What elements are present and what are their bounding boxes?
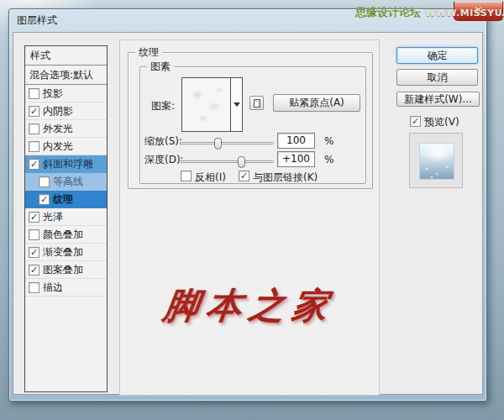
sidebar-item-inner-glow[interactable]: 内发光 <box>25 138 107 155</box>
texture-panel: 纹理 图素 图案: 贴紧原点(A) 缩放(S): <box>119 39 380 396</box>
pattern-overlay-checkbox[interactable] <box>29 265 39 276</box>
elements-groupbox: 图素 图案: 贴紧原点(A) 缩放(S): 100 % <box>139 66 366 184</box>
scale-label: 缩放(S): <box>144 134 182 149</box>
sidebar-style-list: 投影内阴影外发光内发光斜面和浮雕等高线纹理光泽颜色叠加渐变叠加图案叠加描边 <box>25 85 107 297</box>
link-with-layer-label: 与图层链接(K) <box>253 171 318 185</box>
scale-unit: % <box>324 135 333 147</box>
sidebar-item-contour[interactable]: 等高线 <box>25 173 107 191</box>
preview-label: 预览(V) <box>424 115 459 129</box>
drop-shadow-checkbox[interactable] <box>29 88 39 99</box>
bevel-emboss-checkbox[interactable] <box>29 159 39 170</box>
new-pattern-preset-button[interactable] <box>249 96 264 110</box>
sidebar-item-label: 内阴影 <box>43 105 73 117</box>
scale-value-input[interactable]: 100 <box>277 133 315 149</box>
pattern-thumbnail <box>182 78 230 131</box>
preview-well <box>409 133 463 188</box>
preview-checkbox[interactable] <box>410 116 421 127</box>
cancel-button[interactable]: 取消 <box>396 69 478 86</box>
depth-value-input[interactable]: +100 <box>277 151 315 167</box>
new-style-button[interactable]: 新建样式(W)... <box>396 92 480 107</box>
overlay-brand-text: 脚本之家 <box>117 282 382 329</box>
sidebar-item-color-overlay[interactable]: 颜色叠加 <box>25 226 107 244</box>
outer-glow-checkbox[interactable] <box>29 123 39 134</box>
sidebar-item-bevel-emboss[interactable]: 斜面和浮雕 <box>25 155 107 173</box>
depth-slider[interactable] <box>180 160 274 163</box>
depth-label: 深度(D): <box>144 153 184 167</box>
scale-slider-thumb[interactable] <box>214 138 222 150</box>
watermark-site-text: 思缘设计论坛 <box>355 6 421 18</box>
pattern-picker[interactable] <box>181 77 243 132</box>
sidebar-item-stroke[interactable]: 描边 <box>25 279 107 297</box>
texture-groupbox: 纹理 图素 图案: 贴紧原点(A) 缩放(S): <box>128 52 373 189</box>
invert-label: 反相(I) <box>195 171 226 185</box>
sidebar-item-gradient-overlay[interactable]: 渐变叠加 <box>25 244 107 261</box>
inner-glow-checkbox[interactable] <box>29 141 39 152</box>
sidebar-item-label: 渐变叠加 <box>43 246 83 258</box>
texture-checkbox[interactable] <box>39 194 50 205</box>
gradient-overlay-checkbox[interactable] <box>29 247 39 258</box>
depth-slider-thumb[interactable] <box>238 156 245 168</box>
sidebar-item-label: 光泽 <box>43 211 63 223</box>
ok-button[interactable]: 确定 <box>396 47 478 64</box>
color-overlay-checkbox[interactable] <box>29 229 39 240</box>
inner-shadow-checkbox[interactable] <box>29 106 39 117</box>
sidebar-item-label: 描边 <box>43 281 63 293</box>
chevron-down-icon[interactable] <box>230 78 242 131</box>
preview-thumbnail <box>419 143 454 180</box>
dialog-client-area: 样式 混合选项:默认 投影内阴影外发光内发光斜面和浮雕等高线纹理光泽颜色叠加渐变… <box>13 32 483 395</box>
layer-style-dialog: 图层样式 样式 混合选项:默认 投影内阴影外发光内发光斜面和浮雕等高线纹理光泽颜… <box>8 8 487 402</box>
sidebar-item-blending-options[interactable]: 混合选项:默认 <box>25 66 107 85</box>
sidebar-item-inner-shadow[interactable]: 内阴影 <box>25 102 107 120</box>
contour-checkbox[interactable] <box>39 176 50 187</box>
elements-group-title: 图素 <box>147 60 174 72</box>
satin-checkbox[interactable] <box>29 212 39 223</box>
watermark: 思缘设计论坛 www.missyuan.com <box>355 3 504 20</box>
invert-checkbox[interactable] <box>181 171 192 181</box>
sidebar-item-label: 颜色叠加 <box>43 228 83 240</box>
styles-sidebar: 样式 混合选项:默认 投影内阴影外发光内发光斜面和浮雕等高线纹理光泽颜色叠加渐变… <box>24 45 108 392</box>
texture-group-title: 纹理 <box>135 46 162 58</box>
snap-to-origin-button[interactable]: 贴紧原点(A) <box>273 94 360 112</box>
sidebar-item-label: 图案叠加 <box>43 264 83 276</box>
sidebar-item-drop-shadow[interactable]: 投影 <box>25 85 107 102</box>
sidebar-item-label: 内发光 <box>43 140 73 152</box>
dialog-title: 图层样式 <box>17 14 57 26</box>
link-with-layer-checkbox[interactable] <box>239 171 249 181</box>
new-document-icon <box>254 99 260 108</box>
scale-slider[interactable] <box>180 142 274 144</box>
depth-unit: % <box>324 154 333 165</box>
sidebar-item-pattern-overlay[interactable]: 图案叠加 <box>25 261 107 279</box>
sidebar-item-label: 投影 <box>43 87 63 99</box>
sidebar-item-texture[interactable]: 纹理 <box>25 191 107 208</box>
sidebar-item-label: 斜面和浮雕 <box>43 158 93 170</box>
pattern-label: 图案: <box>151 99 175 113</box>
watermark-url-text: www.missyuan.com <box>425 8 504 18</box>
sidebar-item-label: 外发光 <box>43 123 73 134</box>
sidebar-header-styles: 样式 <box>25 46 107 66</box>
stroke-checkbox[interactable] <box>29 282 39 293</box>
sidebar-item-label: 纹理 <box>53 193 73 205</box>
sidebar-item-outer-glow[interactable]: 外发光 <box>25 120 107 138</box>
sidebar-item-satin[interactable]: 光泽 <box>25 208 107 226</box>
sidebar-item-label: 等高线 <box>53 176 83 187</box>
